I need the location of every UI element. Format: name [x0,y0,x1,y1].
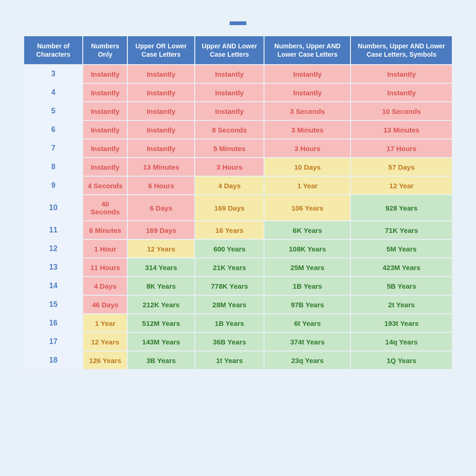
cell-col3: 97B Years [264,295,350,314]
cell-chars: 16 [24,314,83,332]
cell-col0: 11 Hours [83,258,127,277]
table-row: 4InstantlyInstantlyInstantlyInstantlyIns… [24,83,452,102]
cell-chars: 7 [24,139,83,158]
cell-col1: 512M Years [127,314,195,332]
cell-col3: Instantly [264,83,350,102]
cell-col4: 57 Days [350,158,452,176]
cell-chars: 15 [24,295,83,314]
cell-col1: 212K Years [127,295,195,314]
table-row: 94 Seconds6 Hours4 Days1 Year12 Year [24,176,452,195]
cell-col1: 143M Years [127,332,195,351]
table-header-row: Number of Characters Numbers Only Upper … [24,36,452,65]
main-container: Number of Characters Numbers Only Upper … [9,9,467,384]
cell-chars: 14 [24,277,83,295]
cell-col2: 8 Seconds [195,120,264,139]
header-numbers-upper-lower: Numbers, Upper AND Lower Case Letters [264,36,350,65]
cell-col4: 5M Years [350,239,452,258]
table-row: 121 Hour12 Years600 Years108K Years5M Ye… [24,239,452,258]
table-row: 1311 Hours314 Years21K Years25M Years423… [24,258,452,277]
table-row: 161 Year512M Years1B Years6t Years193t Y… [24,314,452,332]
table-row: 1712 Years143M Years36B Years374t Years1… [24,332,452,351]
cell-chars: 17 [24,332,83,351]
cell-col2: 1t Years [195,351,264,370]
cell-col1: 13 Minutes [127,158,195,176]
cell-col0: 1 Hour [83,239,127,258]
cell-chars: 4 [24,83,83,102]
cell-col0: Instantly [83,65,127,83]
cell-col1: 8K Years [127,277,195,295]
cell-col0: Instantly [83,139,127,158]
cell-col0: Instantly [83,83,127,102]
cell-col0: 126 Years [83,351,127,370]
cell-chars: 10 [24,195,83,221]
cell-col1: 12 Years [127,239,195,258]
cell-col2: 4 Days [195,176,264,195]
cell-col2: 3 Hours [195,158,264,176]
cell-col0: 46 Days [83,295,127,314]
cell-col4: 5B Years [350,277,452,295]
cell-col2: 1B Years [195,314,264,332]
cell-col0: 1 Year [83,314,127,332]
cell-col3: 3 Seconds [264,102,350,120]
cell-chars: 6 [24,120,83,139]
cell-col0: Instantly [83,120,127,139]
cell-col4: 14q Years [350,332,452,351]
cell-col4: 17 Hours [350,139,452,158]
cell-col2: 600 Years [195,239,264,258]
cell-chars: 5 [24,102,83,120]
cell-col3: Instantly [264,65,350,83]
header-upper-and-lower: Upper AND Lower Case Letters [195,36,264,65]
table-row: 1040 Seconds6 Days169 Days106 Years928 Y… [24,195,452,221]
table-row: 18126 Years3B Years1t Years23q Years1Q Y… [24,351,452,370]
table-row: 6InstantlyInstantly8 Seconds3 Minutes13 … [24,120,452,139]
cell-col2: Instantly [195,102,264,120]
cell-col0: 4 Seconds [83,176,127,195]
cell-col0: 6 Minutes [83,221,127,239]
cell-col2: 21K Years [195,258,264,277]
cell-col3: 374t Years [264,332,350,351]
cell-col1: Instantly [127,120,195,139]
cell-col4: 928 Years [350,195,452,221]
cell-col3: 3 Minutes [264,120,350,139]
cell-chars: 12 [24,239,83,258]
header-chars: Number of Characters [24,36,83,65]
cell-col3: 6t Years [264,314,350,332]
table-row: 144 Days8K Years778K Years1B Years5B Yea… [24,277,452,295]
cell-col2: 169 Days [195,195,264,221]
cell-col3: 23q Years [264,351,350,370]
title-line2 [230,21,246,25]
cell-col3: 106 Years [264,195,350,221]
cell-col4: 193t Years [350,314,452,332]
cell-col3: 1 Year [264,176,350,195]
cell-col3: 1B Years [264,277,350,295]
cell-col4: 12 Year [350,176,452,195]
header-numbers-only: Numbers Only [83,36,127,65]
cell-col2: 28M Years [195,295,264,314]
cell-chars: 9 [24,176,83,195]
cell-chars: 18 [24,351,83,370]
cell-col3: 108K Years [264,239,350,258]
table-wrapper: Number of Characters Numbers Only Upper … [23,35,453,370]
cell-col4: 1Q Years [350,351,452,370]
table-row: 3InstantlyInstantlyInstantlyInstantlyIns… [24,65,452,83]
cell-col4: 10 Seconds [350,102,452,120]
title-section [23,19,453,27]
cell-col0: 12 Years [83,332,127,351]
password-table: Number of Characters Numbers Only Upper … [23,35,453,370]
table-row: 116 Minutes169 Days16 Years6K Years71K Y… [24,221,452,239]
cell-col2: Instantly [195,83,264,102]
cell-col0: 40 Seconds [83,195,127,221]
cell-col1: Instantly [127,102,195,120]
header-all: Numbers, Upper AND Lower Case Letters, S… [350,36,452,65]
cell-col1: Instantly [127,83,195,102]
cell-col1: Instantly [127,65,195,83]
cell-col3: 25M Years [264,258,350,277]
cell-col2: 36B Years [195,332,264,351]
cell-col3: 6K Years [264,221,350,239]
cell-col1: 3B Years [127,351,195,370]
cell-col3: 10 Days [264,158,350,176]
cell-col0: 4 Days [83,277,127,295]
header-upper-or-lower: Upper OR Lower Case Letters [127,36,195,65]
cell-col2: 5 Minutes [195,139,264,158]
cell-col1: 169 Days [127,221,195,239]
